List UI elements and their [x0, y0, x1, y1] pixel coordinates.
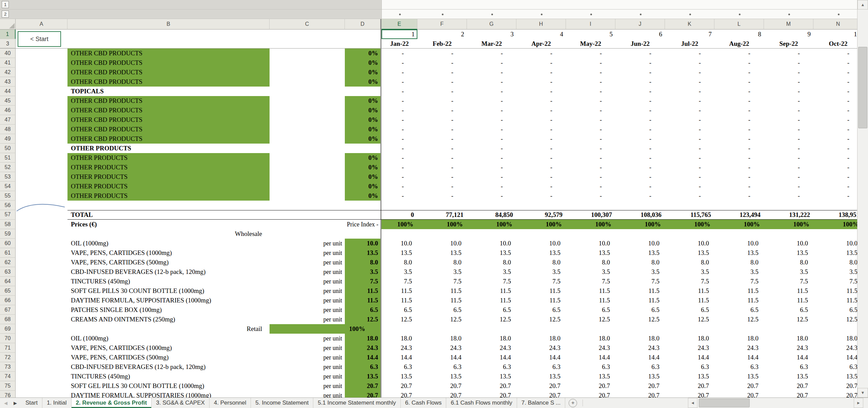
cell-E[interactable]: - [381, 87, 417, 96]
cell-B[interactable]: OTHER PRODUCTS [67, 182, 270, 191]
cell-B[interactable]: VAPE, PENS, CARTIDGES (1000mg) [67, 343, 270, 353]
cell-G[interactable]: 18.0 [467, 334, 516, 343]
cell-H[interactable]: 100% [516, 220, 566, 229]
cell-E[interactable]: 0 [381, 210, 417, 220]
cell-D[interactable]: 11.5 [345, 296, 380, 305]
row-header-65[interactable]: 65 [0, 286, 16, 296]
cell-E[interactable]: - [381, 68, 417, 77]
cell-J[interactable]: 100% [615, 220, 665, 229]
cell-K[interactable]: 12.5 [665, 315, 714, 324]
row-header-72[interactable]: 72 [0, 353, 16, 362]
cell-G[interactable]: - [467, 96, 516, 106]
cell-C[interactable]: per unit [270, 334, 345, 343]
cell-E[interactable]: 6.3 [381, 362, 417, 372]
cell-I[interactable]: 12.5 [566, 315, 615, 324]
cell-E[interactable]: 13.5 [381, 372, 417, 381]
cell-F[interactable]: 100% [417, 220, 467, 229]
cell-B[interactable]: OTHER CBD PRODUCTS [67, 49, 270, 58]
cell-F[interactable]: - [417, 58, 467, 68]
row-header-74[interactable]: 74 [0, 372, 16, 381]
cell-F[interactable]: - [417, 77, 467, 87]
cell-B[interactable]: DAYTIME FORMULA, SUPPOSITARIES (1000mg) [67, 296, 270, 305]
cell-K[interactable]: 11.5 [665, 286, 714, 296]
sheet-tab-2-revenue-gross-profit[interactable]: 2. Revenue & Gross Profit [72, 398, 152, 408]
column-header-F[interactable]: F [417, 19, 467, 30]
cell-B[interactable]: CBD-INFUSED BEVERAGES (12-b pack, 120mg) [67, 362, 270, 372]
cell-I[interactable]: 10.0 [566, 239, 615, 248]
cell-K[interactable]: Jul-22 [665, 39, 714, 48]
cell-K[interactable]: - [665, 77, 714, 87]
cell-L[interactable] [714, 229, 764, 239]
cell-F[interactable]: 20.7 [417, 391, 467, 397]
row-header-41[interactable]: 41 [0, 58, 16, 68]
row-header-67[interactable]: 67 [0, 305, 16, 315]
outline-level-1-button[interactable]: 1 [2, 1, 9, 8]
sheet-tab-5-income-statement[interactable]: 5. Income Statement [251, 398, 313, 408]
cell-B[interactable]: Prices (€) [67, 220, 270, 229]
cell-I[interactable]: 7.5 [566, 277, 615, 286]
cell-J[interactable]: - [615, 58, 665, 68]
row-header-64[interactable]: 64 [0, 277, 16, 286]
tab-prev-icon[interactable]: ◀ [4, 401, 7, 406]
cell-I[interactable]: - [566, 96, 615, 106]
column-header-C[interactable]: C [270, 19, 345, 30]
cell-G[interactable]: - [467, 125, 516, 134]
cell-M[interactable]: 24.3 [764, 343, 813, 353]
cell-E[interactable]: 13.5 [381, 248, 417, 258]
cell-D[interactable]: 0% [345, 68, 380, 77]
cell-C[interactable] [270, 201, 345, 210]
cell-C[interactable] [270, 163, 345, 172]
cell-E[interactable]: 11.5 [381, 286, 417, 296]
cell-N[interactable]: 11.5 [813, 296, 857, 305]
cell-E[interactable]: 10.0 [381, 239, 417, 248]
cell-E[interactable]: - [381, 96, 417, 106]
cell-I[interactable]: 20.7 [566, 381, 615, 391]
row-header-45[interactable]: 45 [0, 96, 16, 106]
cell-B[interactable]: TINCTURES (450mg) [67, 277, 270, 286]
cell-N[interactable]: 20.7 [813, 391, 857, 397]
cell-H[interactable]: - [516, 163, 566, 172]
cell-I[interactable]: - [566, 144, 615, 153]
cell-N[interactable]: 6.3 [813, 362, 857, 372]
cell-H[interactable] [516, 324, 566, 334]
cell-L[interactable]: - [714, 68, 764, 77]
cell-M[interactable]: 6.5 [764, 305, 813, 315]
cell-E[interactable] [381, 201, 417, 210]
cell-G[interactable]: 11.5 [467, 286, 516, 296]
cell-I[interactable]: - [566, 77, 615, 87]
cell-D[interactable]: 20.7 [345, 391, 380, 397]
cell-K[interactable]: 7.5 [665, 277, 714, 286]
column-header-E[interactable]: E [381, 19, 417, 30]
cell-J[interactable]: - [615, 153, 665, 163]
cell-G[interactable]: 13.5 [467, 372, 516, 381]
cell-L[interactable]: 24.3 [714, 343, 764, 353]
cell-F[interactable]: - [417, 172, 467, 182]
scroll-up-icon[interactable]: ▲ [857, 0, 868, 10]
cell-D[interactable]: 11.5 [345, 286, 380, 296]
cell-I[interactable]: - [566, 163, 615, 172]
row-header-52[interactable]: 52 [0, 163, 16, 172]
cell-D[interactable]: 0% [345, 125, 380, 134]
cell-N[interactable]: - [813, 106, 857, 115]
cell-K[interactable]: - [665, 68, 714, 77]
cell-C[interactable] [270, 144, 345, 153]
cell-A[interactable] [16, 353, 67, 362]
cell-C[interactable]: per unit [270, 315, 345, 324]
cell-J[interactable]: - [615, 96, 665, 106]
cell-E[interactable]: 11.5 [381, 296, 417, 305]
cell-E[interactable]: - [381, 106, 417, 115]
cell-I[interactable]: - [566, 172, 615, 182]
cell-F[interactable]: - [417, 134, 467, 144]
cell-I[interactable]: 8.0 [566, 258, 615, 267]
cell-F[interactable]: - [417, 106, 467, 115]
row-header-54[interactable]: 54 [0, 182, 16, 191]
cell-E[interactable]: 20.7 [381, 381, 417, 391]
cell-H[interactable]: 13.5 [516, 372, 566, 381]
cell-G[interactable]: 3.5 [467, 267, 516, 277]
cell-C[interactable] [270, 87, 345, 96]
cell-A[interactable] [16, 115, 67, 125]
cell-G[interactable]: Mar-22 [467, 39, 516, 48]
cell-H[interactable]: 12.5 [516, 315, 566, 324]
cell-L[interactable]: 12.5 [714, 315, 764, 324]
cell-C[interactable]: per unit [270, 277, 345, 286]
